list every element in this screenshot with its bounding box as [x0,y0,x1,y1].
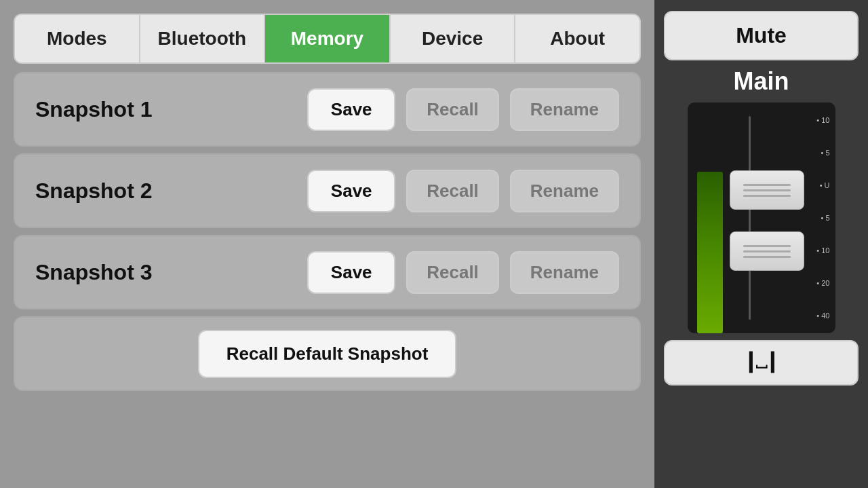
scale-label-40: • 40 [816,312,829,320]
fader-handle-2[interactable] [730,231,804,271]
settings-button[interactable]: ┃⎵┃ [664,340,859,386]
snapshot-3-recall-button[interactable]: Recall [406,251,499,294]
tab-bluetooth[interactable]: Bluetooth [140,15,266,62]
scale-label-10-bot: • 10 [816,246,829,255]
snapshot-3-label: Snapshot 3 [35,260,212,285]
snapshot-1-buttons: Save Recall Rename [307,88,619,131]
snapshot-1-row: Snapshot 1 Save Recall Rename [14,72,641,147]
mute-button[interactable]: Mute [664,11,859,60]
scale-labels: • 10 • 5 • U • 5 • 10 • 20 • 40 [816,116,829,320]
scale-label-20: • 20 [816,279,829,287]
snapshot-3-row: Snapshot 3 Save Recall Rename [14,235,641,309]
snapshot-1-recall-button[interactable]: Recall [406,88,499,131]
fader-grip-line-2c [743,256,791,258]
left-panel: Modes Bluetooth Memory Device About Snap… [0,0,654,488]
fader-track [749,116,751,320]
fader-grip-line-2a [743,245,791,247]
tab-bar: Modes Bluetooth Memory Device About [14,14,641,64]
fader-grip-line-1a [743,184,791,186]
fader-grip-line-1b [743,189,791,191]
snapshot-1-rename-button[interactable]: Rename [510,88,619,131]
scale-label-u: • U [820,181,830,189]
mixer-icon: ┃⎵┃ [745,352,778,373]
snapshot-3-rename-button[interactable]: Rename [510,251,619,294]
snapshot-1-save-button[interactable]: Save [307,88,395,131]
recall-default-button[interactable]: Recall Default Snapshot [198,330,457,378]
fader-area: • 10 • 5 • U • 5 • 10 • 20 • 40 [688,102,835,333]
tab-modes[interactable]: Modes [15,15,140,62]
snapshot-2-recall-button[interactable]: Recall [406,170,499,212]
fader-grip-line-2b [743,250,791,252]
snapshot-3-buttons: Save Recall Rename [307,251,619,294]
tab-memory[interactable]: Memory [265,15,391,62]
main-label: Main [733,67,789,96]
right-panel: Mute Main • 10 • 5 [654,0,868,488]
tab-device[interactable]: Device [391,15,516,62]
snapshot-3-save-button[interactable]: Save [307,251,395,294]
meter-bar [697,172,723,333]
snapshot-section: Snapshot 1 Save Recall Rename Snapshot 2… [14,72,641,474]
fader-handle-1[interactable] [730,170,804,210]
fader-grip-line-1c [743,195,791,197]
snapshot-2-save-button[interactable]: Save [307,170,395,212]
snapshot-2-row: Snapshot 2 Save Recall Rename [14,153,641,228]
scale-label-5-bot: • 5 [821,214,829,222]
snapshot-1-label: Snapshot 1 [35,97,212,122]
tab-about[interactable]: About [515,15,639,62]
snapshot-2-label: Snapshot 2 [35,179,212,204]
fader-track-area: • 10 • 5 • U • 5 • 10 • 20 • 40 [688,102,835,333]
snapshot-2-buttons: Save Recall Rename [307,170,619,212]
snapshot-2-rename-button[interactable]: Rename [510,170,619,212]
scale-label-10-top: • 10 [816,116,829,124]
recall-default-row: Recall Default Snapshot [14,316,641,391]
scale-label-5-top: • 5 [821,149,829,157]
